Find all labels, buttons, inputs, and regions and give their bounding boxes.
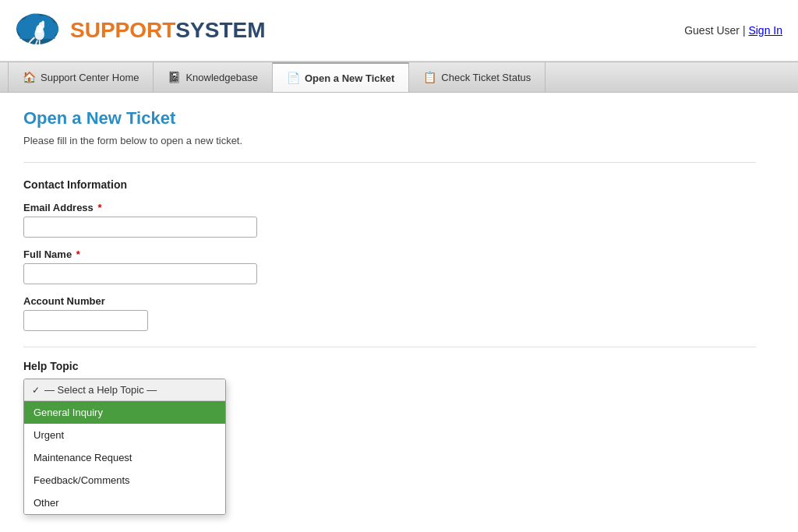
fullname-required: * [73, 248, 80, 260]
logo-system: SYSTEM [175, 18, 265, 42]
divider-2 [23, 347, 756, 347]
checkmark-icon: ✓ [32, 385, 40, 396]
dropdown-selected-row[interactable]: ✓ — Select a Help Topic — [24, 379, 225, 401]
book-icon: 📓 [168, 71, 181, 83]
page-title: Open a New Ticket [23, 108, 756, 129]
fullname-group: Full Name * [23, 248, 756, 284]
main-content: Open a New Ticket Please fill in the for… [0, 93, 779, 532]
dropdown-option-maintenance[interactable]: Maintenance Request [24, 446, 225, 469]
logo-support: SUPPORT [70, 18, 175, 42]
guest-user-label: Guest User | [684, 24, 748, 37]
contact-section-title: Contact Information [23, 178, 756, 191]
nav-item-open-ticket[interactable]: 📄 Open a New Ticket [273, 62, 409, 92]
document-icon: 📄 [287, 72, 300, 84]
help-topic-dropdown[interactable]: ✓ — Select a Help Topic — General Inquir… [23, 379, 226, 515]
svg-point-9 [41, 20, 44, 24]
navbar: 🏠 Support Center Home 📓 Knowledgebase 📄 … [0, 62, 798, 93]
help-topic-label: Help Topic [23, 360, 756, 372]
nav-label-knowledgebase: Knowledgebase [185, 72, 258, 83]
page-subtitle: Please fill in the form below to open a … [23, 135, 756, 146]
home-icon: 🏠 [23, 71, 36, 83]
email-label: Email Address * [23, 202, 756, 213]
clipboard-icon: 📋 [423, 71, 436, 83]
nav-item-knowledgebase[interactable]: 📓 Knowledgebase [154, 62, 273, 92]
logo-text: SUPPORTSYSTEM [70, 18, 266, 43]
page-header: SUPPORTSYSTEM Guest User | Sign In [0, 0, 798, 62]
email-group: Email Address * [23, 202, 756, 238]
sign-in-link[interactable]: Sign In [748, 24, 782, 37]
help-topic-section: Help Topic ✓ — Select a Help Topic — Gen… [23, 360, 756, 517]
account-label: Account Number [23, 295, 756, 307]
email-required: * [95, 202, 102, 213]
nav-label-open-ticket: Open a New Ticket [305, 72, 394, 84]
logo-icon [12, 9, 62, 51]
account-input[interactable] [23, 310, 148, 331]
nav-label-home: Support Center Home [41, 72, 139, 83]
email-input[interactable] [23, 217, 257, 238]
logo-area: SUPPORTSYSTEM [12, 9, 266, 51]
nav-item-check-status[interactable]: 📋 Check Ticket Status [409, 62, 546, 92]
fullname-input[interactable] [23, 263, 257, 284]
dropdown-option-urgent[interactable]: Urgent [24, 424, 225, 446]
dropdown-options-list: General Inquiry Urgent Maintenance Reque… [24, 401, 225, 514]
fullname-label: Full Name * [23, 248, 756, 260]
dropdown-selected-label: — Select a Help Topic — [44, 384, 157, 396]
dropdown-option-feedback[interactable]: Feedback/Comments [24, 469, 225, 491]
account-group: Account Number [23, 295, 756, 331]
dropdown-option-general[interactable]: General Inquiry [24, 401, 225, 424]
divider-1 [23, 162, 756, 163]
nav-label-check-status: Check Ticket Status [441, 72, 531, 83]
dropdown-option-other[interactable]: Other [24, 491, 225, 514]
dropdown-box: ✓ — Select a Help Topic — General Inquir… [23, 379, 226, 515]
header-user-area: Guest User | Sign In [684, 24, 782, 37]
nav-item-home[interactable]: 🏠 Support Center Home [8, 62, 154, 92]
